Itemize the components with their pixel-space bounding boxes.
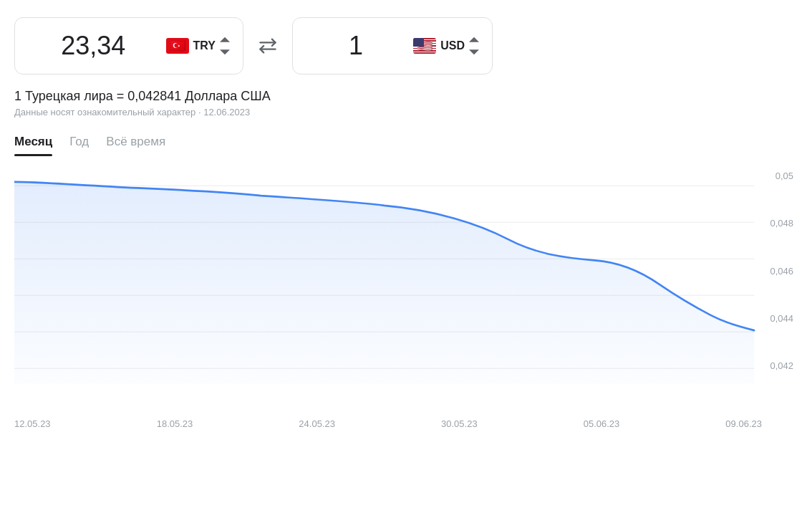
- rate-text: 1 Турецкая лира = 0,042841 Доллара США: [14, 89, 798, 104]
- usd-flag: 🇺🇸: [413, 38, 436, 54]
- y-label-0044: 0,044: [770, 313, 793, 324]
- x-label-4: 05.06.23: [584, 418, 620, 429]
- converter-row: 23,34 🇹🇷 TRY 1 🇺🇸 USD: [14, 17, 798, 75]
- tab-alltime[interactable]: Всё время: [106, 135, 165, 155]
- from-currency-box: 23,34 🇹🇷 TRY: [14, 17, 243, 75]
- x-label-5: 09.06.23: [725, 418, 762, 429]
- to-currency-code: USD: [440, 39, 465, 52]
- x-label-2: 24.05.23: [299, 418, 335, 429]
- x-label-3: 30.05.23: [441, 418, 478, 429]
- y-label-0048: 0,048: [770, 218, 793, 229]
- disclaimer-text: Данные носят ознакомительный характер · …: [14, 107, 798, 117]
- to-currency-selector[interactable]: 🇺🇸 USD: [413, 35, 479, 57]
- x-label-0: 12.05.23: [14, 418, 51, 429]
- tab-month[interactable]: Месяц: [14, 135, 52, 155]
- from-amount[interactable]: 23,34: [28, 31, 159, 61]
- to-amount[interactable]: 1: [306, 31, 406, 61]
- x-label-1: 18.05.23: [157, 418, 193, 429]
- x-axis-labels: 12.05.23 18.05.23 24.05.23 30.05.23 05.0…: [14, 414, 798, 429]
- y-axis-labels: 0,05 0,048 0,046 0,044 0,042: [770, 171, 798, 371]
- try-flag: 🇹🇷: [166, 38, 189, 54]
- swap-button[interactable]: [252, 30, 284, 62]
- from-currency-selector[interactable]: 🇹🇷 TRY: [166, 35, 230, 57]
- tab-year[interactable]: Год: [69, 135, 89, 155]
- tabs-row: Месяц Год Всё время: [14, 135, 798, 156]
- to-currency-chevron[interactable]: [469, 35, 479, 57]
- y-label-0042: 0,042: [770, 360, 793, 371]
- y-label-0046: 0,046: [770, 266, 793, 277]
- to-currency-box: 1 🇺🇸 USD: [292, 17, 493, 75]
- chart-svg: [14, 171, 798, 414]
- from-currency-chevron[interactable]: [220, 35, 230, 57]
- chart-container: 0,05 0,048 0,046 0,044 0,042: [14, 171, 798, 414]
- exchange-rate-info: 1 Турецкая лира = 0,042841 Доллара США Д…: [14, 89, 798, 117]
- y-label-0050: 0,05: [770, 171, 793, 181]
- from-currency-code: TRY: [193, 39, 216, 52]
